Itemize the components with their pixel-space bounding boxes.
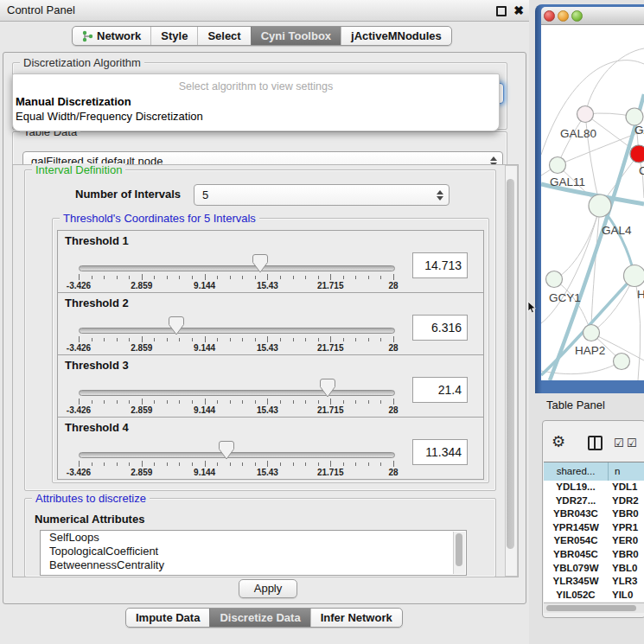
node-hap2[interactable] [583, 325, 600, 341]
node-gal11[interactable] [550, 157, 566, 174]
tab-style[interactable]: Style [150, 27, 197, 45]
slider-tick [318, 276, 319, 279]
slider-thumb[interactable] [219, 441, 234, 463]
threshold-value-field[interactable]: 6.316 [412, 315, 468, 341]
slider-track[interactable] [79, 390, 395, 396]
numerical-attributes-label: Numerical Attributes [35, 513, 144, 526]
table-horizontal-scrollbar[interactable] [544, 603, 644, 613]
slider-tick-label: -3.426 [67, 281, 91, 290]
slider-tick [142, 336, 143, 342]
node-label-gal80: GAL80 [560, 127, 596, 140]
slider-tick [117, 338, 118, 341]
tab-impute-data[interactable]: Impute Data [126, 609, 209, 627]
dropdown-option-equal-width[interactable]: Equal Width/Frequency Discretization [16, 110, 203, 123]
slider-track[interactable] [79, 452, 395, 458]
slider-tick-label: 9.144 [194, 468, 215, 477]
node-bottom[interactable] [614, 354, 630, 370]
threshold-value-field[interactable]: 11.344 [412, 439, 468, 465]
close-icon[interactable]: ✖ [513, 2, 524, 19]
attribute-list-item[interactable]: TopologicalCoefficient [41, 545, 466, 558]
slider-tick [393, 336, 394, 342]
table-row[interactable]: YBR043CYBR0 [544, 507, 644, 521]
table-row[interactable]: YER054CYER0 [544, 534, 644, 548]
tab-cyni-toolbox[interactable]: Cyni Toolbox [251, 27, 341, 45]
slider-tick [355, 462, 356, 466]
slider-tick [368, 276, 369, 279]
slider-tick [230, 276, 231, 279]
zoom-traffic-light-icon[interactable] [571, 10, 583, 22]
table-row[interactable]: YPR145WYPR1 [544, 521, 644, 535]
node-label-partial-ga: GA [634, 124, 644, 137]
cell-name: YBL0 [612, 562, 637, 576]
slider-tick [79, 399, 80, 405]
split-columns-icon[interactable] [588, 436, 603, 450]
slider-tick-label: 2.859 [131, 468, 152, 477]
slider-tick-label: 21.715 [317, 405, 344, 415]
checkbox-icon[interactable]: ☑ [627, 437, 637, 450]
table-row[interactable]: YDR27...YDR2 [544, 494, 644, 508]
attribute-list-item[interactable]: SelfLoops [41, 531, 466, 545]
node-gal80[interactable] [577, 106, 594, 123]
slider-thumb[interactable] [169, 316, 184, 339]
node-top-right[interactable] [626, 108, 643, 125]
node-gcy1[interactable] [546, 271, 563, 288]
dropdown-placeholder-item[interactable]: Select algorithm to view settings [13, 80, 499, 92]
node-right-h[interactable] [624, 265, 644, 287]
slider-tick [167, 338, 168, 341]
slider-tick [330, 461, 331, 467]
slider-tick [393, 274, 394, 280]
slider-tick [380, 276, 381, 279]
slider-tick [305, 462, 306, 466]
slider-tick-label: 2.859 [131, 281, 152, 290]
slider-tick [230, 400, 231, 404]
gear-icon[interactable]: ⚙ [552, 432, 565, 451]
table-row[interactable]: YBR045CYBR0 [544, 548, 644, 562]
attribute-list-item[interactable]: BetweennessCentrality [41, 558, 466, 572]
slider-tick [154, 462, 155, 466]
dropdown-option-manual-discretization[interactable]: Manual Discretization [16, 95, 131, 108]
slider-tick [205, 274, 206, 280]
column-header-shared[interactable]: shared... [544, 462, 609, 481]
slider-tick [242, 276, 243, 279]
settings-vertical-scrollbar[interactable] [505, 165, 518, 577]
slider-track[interactable] [79, 265, 395, 271]
network-canvas[interactable]: GAL80 GA C GAL11 GAL4 GCY1 H HAP2 [541, 25, 644, 380]
slider-tick [242, 338, 243, 341]
table-row[interactable]: YIL052CYIL0 [544, 589, 644, 602]
attributes-list-scrollbar[interactable] [453, 532, 465, 574]
slider-tick [343, 276, 344, 279]
slider-tick [343, 400, 344, 404]
node-red-selected[interactable] [630, 145, 644, 163]
close-traffic-light-icon[interactable] [544, 10, 555, 22]
column-header-name[interactable]: n [615, 462, 620, 481]
slider-tick [293, 276, 294, 279]
node-gal4[interactable] [589, 194, 611, 217]
slider-tick [343, 338, 344, 341]
threshold-value-field[interactable]: 14.713 [412, 252, 468, 278]
cell-shared-name: YPR145W [544, 521, 608, 535]
table-row[interactable]: YLR345WYLR3 [544, 575, 644, 589]
slider-tick [267, 336, 268, 342]
tab-jactivemnodules[interactable]: jActiveMNodules [341, 27, 451, 45]
table-row[interactable]: YBL079WYBL0 [544, 562, 644, 576]
slider-tick-label: 21.715 [317, 468, 344, 477]
tab-discretize-data[interactable]: Discretize Data [209, 609, 309, 627]
checkbox-icon[interactable]: ☑ [614, 437, 624, 450]
float-window-icon[interactable] [496, 6, 507, 16]
slider-track[interactable] [79, 328, 395, 334]
slider-thumb[interactable] [252, 254, 268, 277]
apply-button[interactable]: Apply [239, 579, 297, 598]
numerical-attributes-list[interactable]: SelfLoopsTopologicalCoefficientBetweenne… [40, 530, 467, 576]
slider-tick [104, 276, 105, 279]
threshold-panel: Threshold 4-3.4262.8599.14415.4321.71528… [57, 417, 484, 480]
table-row[interactable]: YDL19...YDL1 [544, 481, 644, 494]
number-of-intervals-combobox[interactable]: 5 [194, 184, 450, 206]
tab-network[interactable]: Network [73, 27, 150, 45]
threshold-value-field[interactable]: 21.4 [412, 377, 468, 403]
tab-infer-network[interactable]: Infer Network [310, 609, 402, 627]
tab-select[interactable]: Select [197, 27, 250, 45]
slider-thumb[interactable] [320, 379, 335, 401]
slider-tick [305, 338, 306, 341]
cell-shared-name: YBR043C [544, 507, 608, 521]
minimize-traffic-light-icon[interactable] [558, 10, 569, 22]
